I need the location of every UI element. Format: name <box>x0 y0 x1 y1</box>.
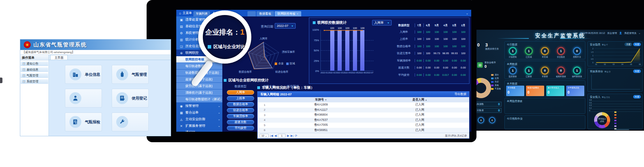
first-page-icon[interactable]: |◀ <box>270 134 273 137</box>
tile-wrench-icon[interactable] <box>112 112 149 131</box>
page-size-select[interactable]: 10 ⌄ <box>260 134 269 138</box>
sidebar-item-通知公告[interactable]: +通知公告 <box>20 61 49 66</box>
card-label: 安全检查 <box>508 87 523 89</box>
row-label: 轨迹完整率 <box>393 51 415 55</box>
sidebar-item-label: 扩展服务管理 <box>185 124 205 128</box>
next-page-icon[interactable]: ▶ <box>287 134 289 137</box>
hazard-trend-panel: 安全隐患单位:个月度年度21.510.50010203040506 <box>587 41 643 66</box>
metric-pill-超速次数[interactable]: 超速次数 <box>227 120 254 124</box>
query-date-dropdown[interactable]: 2022-07▼ <box>275 23 296 29</box>
rate-texts: 整改合格率0 <box>484 61 496 68</box>
gauge-circle: 1 <box>525 67 533 74</box>
sidebar-item-系统管理[interactable]: +系统管理 <box>20 79 49 84</box>
sidebar-item-label: 基础信息 <box>27 68 38 72</box>
cell-value: 0.00 <box>450 66 459 69</box>
inspect-doc-icon <box>69 116 81 128</box>
sidebar-item-label: 统计分析 <box>185 37 199 42</box>
last-page-icon[interactable]: ▶| <box>291 134 294 137</box>
stat-pair: 03隐患排查任务 <box>477 42 503 51</box>
metric-pill-数据合格率[interactable]: 数据合格率 <box>227 102 254 107</box>
chevron-down-icon: ⌄ <box>218 111 220 114</box>
sidebar-item-基础信息[interactable]: +基础信息 <box>20 67 49 72</box>
stat-card-安全检查: 安全检查0 <box>506 86 524 96</box>
table-row-鲁K56951[interactable]: 6鲁K56951已入网 <box>258 128 469 133</box>
admin-console-link[interactable]: 后台管理 <box>607 31 617 35</box>
prev-page-icon[interactable]: ◀ <box>274 134 276 137</box>
chevron-down-icon[interactable]: ⌄ <box>638 32 641 35</box>
sidebar-item-整合运单[interactable]: ▦整合运单⌄ <box>176 109 222 116</box>
gauge-未整改: 0未整改 <box>538 67 552 78</box>
section-header: 今日数据 <box>507 43 517 46</box>
refresh-icon[interactable]: ⟳ <box>295 134 297 137</box>
gauge-label: 已完成 <box>526 56 532 59</box>
legend-企业: 企业 <box>275 62 283 65</box>
metric-pill-上线率[interactable]: 上线率 <box>227 96 254 101</box>
col-plate[interactable]: 车牌号 ▼ <box>272 98 370 102</box>
week-rectify-panel: 本周隐患整改 <box>504 98 585 114</box>
sidebar-subitem-漂移统计(基于运政)[interactable]: 漂移统计(基于运政) <box>176 89 222 96</box>
period-pill-月度[interactable]: 月度 <box>624 43 632 46</box>
sidebar-item-报警管理[interactable]: ◉报警管理⌄ <box>176 103 222 109</box>
period-pill-年度[interactable]: 年度 <box>633 43 641 46</box>
tile-气瓶管理[interactable]: 气瓶管理 <box>112 65 149 84</box>
row-label: 车辆漂移率 <box>393 59 415 63</box>
invest-donut-chart: 安全投入占比 <box>594 112 610 128</box>
metric-pill-车辆漂移率[interactable]: 车辆漂移率 <box>227 114 254 118</box>
sidebar-item-通行码[interactable]: ▯通行码⌄ <box>176 129 222 132</box>
role-label[interactable]: 系统管理员 <box>624 31 636 35</box>
legend-swatch <box>491 74 494 76</box>
page-input[interactable]: 1 <box>278 134 286 138</box>
tab-main-screen[interactable]: 主界面 <box>50 55 68 60</box>
legend-swatch <box>491 85 494 86</box>
sidebar-item-扩展服务管理[interactable]: ✕扩展服务管理⌄ <box>176 123 222 129</box>
tile-使用登记[interactable]: 使用登记 <box>112 89 149 108</box>
tab-vehicle-list[interactable]: 车辆列表 <box>193 11 210 16</box>
metric-dropdown[interactable]: 入网率▼ <box>372 20 392 26</box>
sidebar-subitem-疲劳统计(基于运政)[interactable]: 疲劳统计(基于运政) <box>176 83 222 89</box>
section-header: 安全投入单位:万元 <box>590 95 610 99</box>
metric-pill-入网率[interactable]: 入网率 <box>227 90 254 95</box>
sidebar-item-主动安全防御[interactable]: ◬主动安全防御⌄ <box>176 116 222 123</box>
gauge-circle: 0 <box>557 67 565 74</box>
section-header: 本周隐患整改 <box>507 100 523 103</box>
table-row-鲁K96804[interactable]: 3鲁K96804已入网 <box>258 112 469 118</box>
table-row-鲁KA7005[interactable]: 5鲁KA7005已入网 <box>258 123 469 128</box>
tile-气瓶报检[interactable]: 气瓶报检 <box>65 112 102 131</box>
tab-数据看板[interactable]: 数据看板 <box>257 11 274 16</box>
sidebar-subitem-每日轨迹数据统计[interactable]: 每日轨迹数据统计 <box>176 63 222 69</box>
tile-person-icon[interactable] <box>65 89 102 108</box>
ytick-label: 75% <box>310 39 319 49</box>
unit-label: 单位:万元 <box>602 96 610 98</box>
stats-icon: ▥ <box>179 38 183 42</box>
table-row-鲁KA1117[interactable]: 2鲁KA1117已入网 <box>258 108 469 113</box>
col-status[interactable]: 是否入网 ▲ <box>370 98 469 102</box>
cell-value: 99.93 <box>450 52 459 55</box>
period-pill-年度[interactable]: 年度 <box>633 95 641 99</box>
tab-联网联控考核[interactable]: 联网联控考核× <box>275 11 301 16</box>
sidebar-subitem-每日轨迹数据统计（测试）[interactable]: 每日轨迹数据统计（测试） <box>176 96 222 102</box>
left-edge-collapse-handle[interactable] <box>0 78 2 83</box>
month-row-轨迹完整率: 轨迹完整率10010099.7398.9599.93100 <box>393 50 468 57</box>
plate-cell: 鲁KA7637 <box>272 118 370 122</box>
ytick-label: 25% <box>310 59 319 70</box>
legend-swatch <box>275 63 277 65</box>
tab-hidden[interactable] <box>247 11 256 16</box>
period-pill-年度[interactable]: 年度 <box>633 70 641 73</box>
legend-swatch <box>614 114 616 116</box>
table-row-鲁KA7637[interactable]: 4鲁KA7637已入网 <box>258 118 469 123</box>
cell-value: 0.00 <box>450 73 459 77</box>
unit-label: 单位:个 <box>602 44 608 46</box>
mini-gauge: 0 <box>478 117 484 123</box>
table-row-鲁KA1909[interactable]: 1鲁KA1909已入网 <box>258 102 469 108</box>
legend-item <box>614 111 616 114</box>
home-icon[interactable]: ⌂ <box>179 11 181 15</box>
metric-pill-平均疲劳[interactable]: 平均疲劳 <box>227 126 254 130</box>
close-tab-icon[interactable]: × <box>297 12 298 15</box>
gauge-row: 1计划巡检1已完成0未完成1安全隐患0危险作业 <box>505 47 585 59</box>
sidebar-item-气瓶管理[interactable]: +气瓶管理 <box>20 73 49 78</box>
gauge-隐患整改: 1隐患整改 <box>505 67 520 78</box>
export-data-button[interactable]: 导出数据 <box>454 92 466 96</box>
tile-单位信息[interactable]: 单位信息 <box>65 65 102 84</box>
metric-pill-轨迹合格率[interactable]: 轨迹合格率 <box>227 108 254 112</box>
tabbar-overflow-icon[interactable]: ⌄ <box>466 12 468 15</box>
